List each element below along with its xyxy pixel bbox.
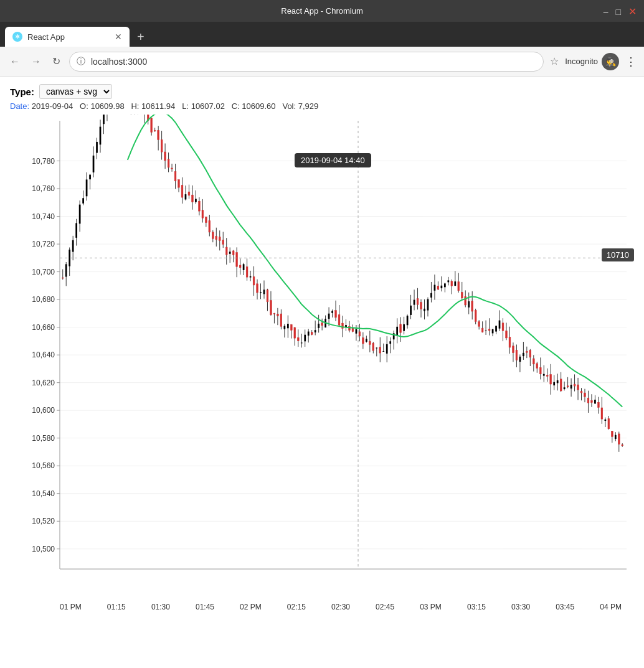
x-label-9: 03:15: [467, 603, 486, 611]
l-label: L:: [182, 101, 189, 111]
c-value: 10609.60: [242, 101, 275, 111]
date-value: 2019-09-04: [32, 101, 73, 111]
x-label-1: 01:15: [107, 603, 126, 611]
address-bar: ← → ↻ ⓘ ☆ Incognito 🕵 ⋮: [0, 47, 644, 77]
tab-favicon: ⚛: [12, 32, 22, 42]
x-label-0: 01 PM: [60, 603, 82, 611]
browser-tab[interactable]: ⚛ React App ✕: [5, 27, 130, 47]
incognito-label: Incognito: [565, 57, 598, 66]
vol-value: 7,929: [298, 101, 319, 111]
x-label-12: 04 PM: [600, 603, 622, 611]
x-axis: 01 PM 01:15 01:30 01:45 02 PM 02:15 02:3…: [10, 600, 634, 611]
maximize-button[interactable]: □: [616, 7, 621, 17]
close-button[interactable]: ✕: [628, 6, 637, 17]
tab-label: React App: [27, 32, 65, 42]
close-tab-button[interactable]: ✕: [115, 32, 122, 42]
bookmark-button[interactable]: ☆: [550, 55, 559, 67]
tab-bar: ⚛ React App ✕ +: [0, 22, 644, 47]
app-content: Type: canvas + svg svg canvas hybrid Dat…: [0, 77, 644, 668]
x-label-8: 03 PM: [420, 603, 442, 611]
browser-title: React App - Chromium: [281, 6, 363, 16]
x-label-6: 02:30: [331, 603, 350, 611]
type-select[interactable]: canvas + svg svg canvas hybrid: [39, 84, 112, 99]
x-label-3: 01:45: [196, 603, 214, 611]
chart-container[interactable]: 2019-09-04 14:40 10710: [10, 115, 634, 600]
back-button[interactable]: ←: [7, 54, 22, 70]
o-value: 10609.98: [90, 101, 124, 111]
type-row: Type: canvas + svg svg canvas hybrid: [10, 84, 634, 99]
x-label-4: 02 PM: [240, 603, 262, 611]
x-label-7: 02:45: [376, 603, 394, 611]
incognito-area: Incognito 🕵: [565, 53, 619, 70]
h-label: H:: [131, 101, 139, 111]
chart-canvas[interactable]: [10, 115, 627, 581]
vol-label: Vol:: [282, 101, 296, 111]
forward-button[interactable]: →: [29, 54, 44, 70]
x-label-5: 02:15: [287, 603, 306, 611]
address-wrapper: ⓘ: [69, 52, 544, 72]
x-label-10: 03:30: [511, 603, 530, 611]
menu-button[interactable]: ⋮: [625, 55, 637, 68]
info-icon: ⓘ: [77, 56, 85, 67]
h-value: 10611.94: [141, 101, 175, 111]
l-value: 10607.02: [191, 101, 225, 111]
x-label-2: 01:30: [151, 603, 170, 611]
reload-button[interactable]: ↻: [50, 53, 63, 70]
incognito-icon: 🕵: [602, 53, 619, 70]
date-label: Date:: [10, 101, 29, 111]
type-label: Type:: [10, 87, 34, 97]
ohlcv-row: Date: 2019-09-04 O: 10609.98 H: 10611.94…: [10, 101, 634, 111]
browser-titlebar: React App - Chromium – □ ✕: [0, 0, 644, 22]
x-label-11: 03:45: [556, 603, 574, 611]
minimize-button[interactable]: –: [604, 7, 608, 17]
new-tab-button[interactable]: +: [132, 27, 149, 47]
o-label: O:: [80, 101, 88, 111]
c-label: C:: [232, 101, 240, 111]
address-input[interactable]: [69, 52, 544, 72]
